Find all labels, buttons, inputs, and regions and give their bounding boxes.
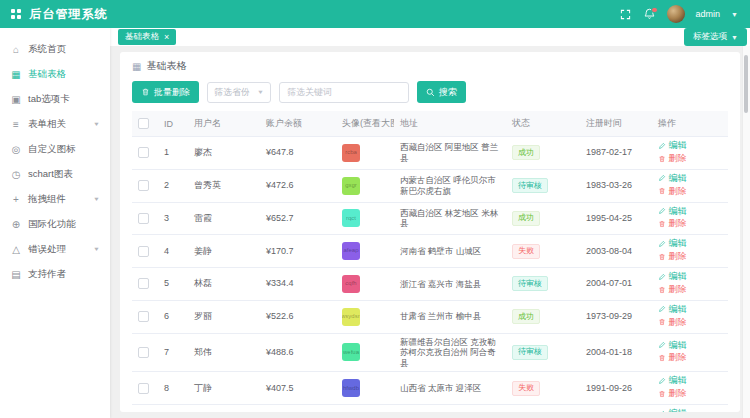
avatar-thumbnail[interactable]: rqct — [342, 209, 360, 227]
cell-balance: ¥652.7 — [260, 202, 336, 235]
sidebar-item-tabs[interactable]: ▣ tab选项卡 ▼ — [0, 87, 110, 112]
sidebar-item-table[interactable]: ▦ 基础表格 ▼ — [0, 62, 110, 87]
delete-link[interactable]: 删除 — [658, 218, 687, 229]
sidebar-item-error[interactable]: △ 错误处理 ▼ — [0, 237, 110, 262]
cell-id: 5 — [158, 268, 188, 301]
notification-badge-dot — [651, 7, 658, 14]
edit-label: 编辑 — [669, 375, 687, 386]
avatar-thumbnail[interactable]: cqfh — [342, 275, 360, 293]
row-checkbox[interactable] — [138, 311, 149, 322]
i18n-icon: ⊕ — [10, 219, 22, 230]
avatar-thumbnail[interactable]: hfwdb — [342, 379, 360, 397]
tab-close-icon[interactable]: × — [164, 33, 169, 42]
delete-label: 删除 — [669, 317, 687, 328]
sidebar-item-label: 基础表格 — [28, 68, 66, 81]
search-label: 搜索 — [439, 86, 457, 99]
search-button[interactable]: 搜索 — [417, 81, 466, 103]
batch-delete-button[interactable]: 批量删除 — [132, 81, 199, 103]
status-badge: 成功 — [512, 211, 540, 226]
avatar-thumbnail[interactable]: wefua — [342, 343, 360, 361]
sidebar-item-donate[interactable]: ▤ 支持作者 ▼ — [0, 262, 110, 287]
edit-link[interactable]: 编辑 — [658, 173, 687, 184]
keyword-filter-input[interactable] — [279, 82, 409, 103]
sidebar-item-customs-icon[interactable]: ◎ 自定义图标 ▼ — [0, 137, 110, 162]
tab-options-button[interactable]: 标签选项 ▼ — [684, 28, 747, 46]
table-icon: ▦ — [132, 61, 141, 72]
notifications-bell-icon[interactable] — [643, 8, 656, 21]
avatar-thumbnail[interactable]: wsydsn — [342, 308, 360, 326]
cell-address: 西藏自治区 林芝地区 米林县 — [394, 202, 506, 235]
delete-link[interactable]: 删除 — [658, 186, 687, 197]
vertical-scrollbar[interactable] — [742, 46, 750, 418]
edit-link[interactable]: 编辑 — [658, 375, 687, 386]
delete-link[interactable]: 删除 — [658, 352, 687, 363]
app-logo-grid-icon[interactable] — [11, 9, 21, 19]
delete-link[interactable]: 删除 — [658, 251, 687, 262]
edit-link[interactable]: 编辑 — [658, 238, 687, 249]
row-checkbox[interactable] — [138, 147, 149, 158]
edit-link[interactable]: 编辑 — [658, 140, 687, 151]
fullscreen-icon[interactable] — [619, 8, 632, 21]
cell-username: 雷霞 — [188, 202, 260, 235]
select-all-checkbox[interactable] — [138, 118, 149, 129]
username-dropdown[interactable]: admin — [696, 9, 721, 19]
sidebar-item-label: 系统首页 — [28, 43, 66, 56]
main-area: 基础表格 × 标签选项 ▼ ▦ 基础表格 批量删除 — [110, 28, 750, 418]
row-checkbox[interactable] — [138, 180, 149, 191]
table-icon: ▦ — [10, 69, 22, 80]
sidebar-item-drag[interactable]: + 拖拽组件 ▼ — [0, 187, 110, 212]
status-badge: 待审核 — [512, 276, 548, 291]
edit-label: 编辑 — [669, 408, 687, 412]
province-filter-select[interactable]: 筛选省份 ▼ — [207, 82, 271, 103]
delete-link[interactable]: 删除 — [658, 317, 687, 328]
sidebar-item-form[interactable]: ≡ 表单相关 ▼ — [0, 112, 110, 137]
chevron-down-icon[interactable]: ▼ — [731, 11, 738, 18]
sidebar-item-label: 错误处理 — [28, 243, 66, 256]
cell-balance: ¥407.5 — [260, 372, 336, 405]
avatar-thumbnail[interactable]: afeap — [342, 242, 360, 260]
cell-balance: ¥647.8 — [260, 137, 336, 170]
table-row: 5 林磊 ¥334.4 cqfh 浙江省 嘉兴市 海盐县 待审核 2004-07… — [132, 268, 728, 301]
cell-register-time: 1983-03-26 — [580, 169, 652, 202]
row-checkbox[interactable] — [138, 278, 149, 289]
scrollbar-thumb[interactable] — [744, 55, 748, 113]
page-title: 基础表格 — [146, 59, 186, 73]
cell-balance: ¥488.6 — [260, 333, 336, 372]
table-row: 8 丁静 ¥407.5 hfwdb 山西省 太原市 迎泽区 失败 1991-09… — [132, 372, 728, 405]
avatar-thumbnail[interactable]: rcba — [342, 144, 360, 162]
tab-options-label: 标签选项 — [693, 31, 727, 43]
content-area: ▦ 基础表格 批量删除 筛选省份 ▼ 搜索 — [110, 46, 750, 418]
table-header-row: ID 用户名 账户余额 头像(查看大图) 地址 状态 注册时间 操作 — [132, 111, 728, 137]
cell-balance: ¥472.6 — [260, 169, 336, 202]
row-checkbox[interactable] — [138, 246, 149, 257]
delete-link[interactable]: 删除 — [658, 388, 687, 399]
avatar-thumbnail[interactable]: gxgr — [342, 177, 360, 195]
sidebar-item-i18n[interactable]: ⊕ 国际化功能 ▼ — [0, 212, 110, 237]
home-icon: ⌂ — [10, 44, 22, 55]
cell-register-time: 2011-05-16 — [580, 405, 652, 412]
edit-link[interactable]: 编辑 — [658, 206, 687, 217]
edit-label: 编辑 — [669, 206, 687, 217]
delete-link[interactable]: 删除 — [658, 153, 687, 164]
status-badge: 成功 — [512, 309, 540, 324]
row-checkbox[interactable] — [138, 213, 149, 224]
row-checkbox[interactable] — [138, 347, 149, 358]
edit-link[interactable]: 编辑 — [658, 408, 687, 412]
cell-balance: ¥170.7 — [260, 235, 336, 268]
user-avatar[interactable] — [667, 5, 685, 23]
edit-link[interactable]: 编辑 — [658, 340, 687, 351]
edit-label: 编辑 — [669, 340, 687, 351]
chevron-down-icon: ▼ — [93, 247, 100, 253]
sidebar-item-home[interactable]: ⌂ 系统首页 ▼ — [0, 37, 110, 62]
delete-link[interactable]: 删除 — [658, 284, 687, 295]
users-table: ID 用户名 账户余额 头像(查看大图) 地址 状态 注册时间 操作 1 廖杰 … — [132, 111, 728, 412]
edit-link[interactable]: 编辑 — [658, 304, 687, 315]
cell-username: 罗丽 — [188, 300, 260, 333]
tab-basic-table[interactable]: 基础表格 × — [118, 29, 176, 45]
cell-register-time: 1987-02-17 — [580, 137, 652, 170]
column-header-address: 地址 — [394, 111, 506, 137]
sidebar-item-chart[interactable]: ◷ schart图表 ▼ — [0, 162, 110, 187]
row-checkbox[interactable] — [138, 383, 149, 394]
chevron-down-icon: ▼ — [257, 89, 264, 95]
edit-link[interactable]: 编辑 — [658, 271, 687, 282]
